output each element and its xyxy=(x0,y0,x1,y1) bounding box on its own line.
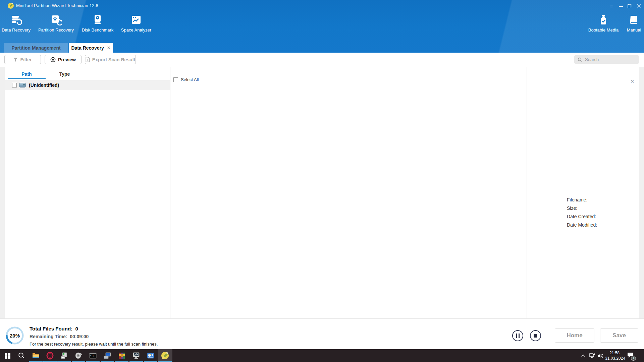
report-app-icon xyxy=(147,352,155,360)
toolbar-label: Bootable Media xyxy=(588,27,619,33)
tab-partition-management[interactable]: Partition Management xyxy=(4,43,68,53)
scan-hint: For the best recovery result, please wai… xyxy=(30,342,158,347)
progress-percent: 20% xyxy=(5,326,24,345)
network-icon xyxy=(589,353,595,358)
preview-button[interactable]: Preview xyxy=(45,55,82,64)
taskbar-search-button[interactable] xyxy=(14,349,29,362)
toolbar-item-data-recovery[interactable]: Data Recovery xyxy=(1,14,32,38)
notification-badge: 1 xyxy=(631,356,636,361)
taskbar-minitool-active[interactable] xyxy=(158,349,172,362)
date-created-label: Date Created: xyxy=(567,214,597,219)
space-analyzer-icon xyxy=(130,14,142,25)
progress-ring: 20% xyxy=(5,326,24,345)
toolbar-label: Data Recovery xyxy=(2,27,31,33)
home-label: Home xyxy=(567,332,582,339)
disk-benchmark-icon xyxy=(92,14,103,25)
total-files-value: 0 xyxy=(75,326,78,331)
maximize-icon[interactable] xyxy=(625,0,635,11)
start-icon xyxy=(5,353,10,359)
search-icon xyxy=(578,57,582,62)
size-label: Size: xyxy=(567,205,597,211)
detail-close-icon[interactable]: ✕ xyxy=(630,79,634,84)
stop-button[interactable] xyxy=(530,330,541,341)
unidentified-checkbox[interactable] xyxy=(12,83,17,87)
save-label: Save xyxy=(612,332,626,339)
disk-icon xyxy=(19,83,26,87)
close-icon[interactable] xyxy=(634,0,644,11)
tray-date: 31.03.2024 xyxy=(605,356,624,361)
header: MiniTool Partition Wizard Technician 12.… xyxy=(0,0,644,53)
action-row: Filter Preview Export Scan Result Search xyxy=(0,53,644,67)
tray-clock[interactable]: 21:58 31.03.2024 xyxy=(605,350,624,361)
pause-button[interactable] xyxy=(512,330,523,341)
taskbar-opera[interactable] xyxy=(43,349,57,362)
monitor-graph-icon xyxy=(132,352,140,360)
taskbar-volume-app[interactable] xyxy=(71,349,86,362)
tree-item-label: (Unidentified) xyxy=(29,82,59,88)
tab-type[interactable]: Type xyxy=(46,70,84,78)
toolbar-label: Space Analyzer xyxy=(121,27,151,33)
detail-fields: Filename: Size: Date Created: Date Modif… xyxy=(567,197,597,228)
svg-text:C:\_: C:\_ xyxy=(90,354,95,357)
active-tab-underline xyxy=(8,78,46,79)
toolbar-label: Partition Recovery xyxy=(38,27,74,33)
taskbar-cmd[interactable]: C:\_ xyxy=(86,349,100,362)
file-list-panel: Select All xyxy=(171,67,527,319)
pause-icon xyxy=(516,334,520,338)
tab-strip: Partition Management Data Recovery ✕ xyxy=(0,43,644,53)
tab-close-icon[interactable]: ✕ xyxy=(107,45,111,50)
export-label: Export Scan Result xyxy=(92,57,135,62)
title-bar: MiniTool Partition Wizard Technician 12.… xyxy=(0,0,644,11)
taskbar-monitor-graph[interactable] xyxy=(129,349,144,362)
remaining-time-value: 00:09:00 xyxy=(70,334,89,339)
toolbar-item-manual[interactable]: Manual xyxy=(624,14,644,38)
date-modified-label: Date Modified: xyxy=(567,222,597,228)
tray-chevron[interactable] xyxy=(580,349,587,362)
taskbar-file-explorer[interactable] xyxy=(29,349,43,362)
tab-data-recovery[interactable]: Data Recovery ✕ xyxy=(69,43,113,53)
filter-icon xyxy=(13,57,18,62)
speaker-icon xyxy=(598,353,604,358)
tray-network[interactable] xyxy=(588,349,596,362)
search-input[interactable]: Search xyxy=(574,55,639,64)
save-button[interactable]: Save xyxy=(600,328,638,343)
tray-notifications[interactable]: 1 xyxy=(625,349,636,362)
total-files-label: Total Files Found: xyxy=(30,326,72,331)
tab-path-label: Path xyxy=(21,71,32,77)
cpuz-icon xyxy=(60,352,68,360)
select-all-checkbox[interactable] xyxy=(173,77,178,82)
search-placeholder: Search xyxy=(585,57,599,62)
hwinfo-icon xyxy=(103,352,111,360)
tab-path[interactable]: Path xyxy=(8,70,46,78)
cmd-icon: C:\_ xyxy=(89,352,97,360)
filter-button[interactable]: Filter xyxy=(4,55,41,64)
status-bar: 20% Total Files Found: 0 Remaining Time:… xyxy=(0,318,644,349)
taskbar-cpuz[interactable] xyxy=(57,349,71,362)
select-all-label: Select All xyxy=(181,77,199,82)
taskbar-hwinfo[interactable] xyxy=(100,349,115,362)
preview-label: Preview xyxy=(58,57,76,62)
taskbar-report-app[interactable] xyxy=(143,349,158,362)
window-title: MiniTool Partition Wizard Technician 12.… xyxy=(16,3,98,8)
toolbar-item-disk-benchmark[interactable]: Disk Benchmark xyxy=(79,14,116,38)
toolbar-item-bootable-media[interactable]: Bootable Media xyxy=(585,14,622,38)
menu-icon[interactable]: ≡ xyxy=(606,0,616,11)
tray-volume[interactable] xyxy=(596,349,605,362)
select-all-row[interactable]: Select All xyxy=(173,77,199,82)
taskbar: C:\_ xyxy=(0,349,644,362)
tab-label: Partition Management xyxy=(11,45,60,51)
export-scan-result-button[interactable]: Export Scan Result xyxy=(85,55,136,64)
toolbar-item-partition-recovery[interactable]: Partition Recovery xyxy=(37,14,75,38)
bootable-media-icon xyxy=(598,14,609,25)
toolbar-item-space-analyzer[interactable]: Space Analyzer xyxy=(118,14,154,38)
taskbar-winrar[interactable] xyxy=(114,349,129,362)
app-window: MiniTool Partition Wizard Technician 12.… xyxy=(0,0,644,362)
right-gutter xyxy=(639,67,644,319)
filename-label: Filename: xyxy=(567,197,597,202)
content-area: Path Type (Unidentified) Select All ✕ Fi… xyxy=(0,67,644,318)
tray-chevron-icon xyxy=(581,354,585,357)
tab-type-label: Type xyxy=(59,71,70,77)
tree-item-unidentified[interactable]: (Unidentified) xyxy=(5,80,170,90)
start-button[interactable] xyxy=(0,349,15,362)
home-button[interactable]: Home xyxy=(555,328,594,343)
